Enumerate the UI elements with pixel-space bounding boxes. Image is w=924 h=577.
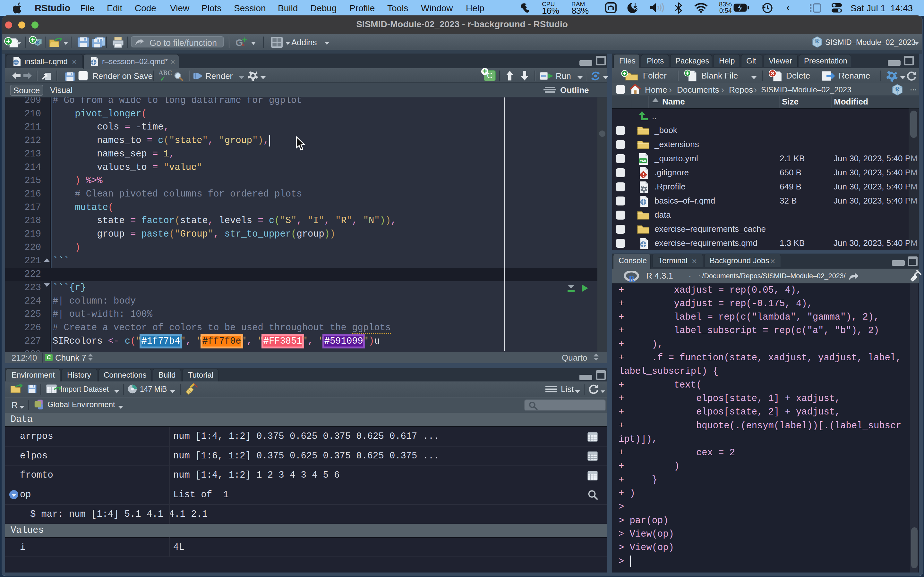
svg-text:R: R [629,274,635,282]
svg-text:YML: YML [640,159,648,163]
svg-text:R: R [815,38,819,44]
svg-text:R: R [895,86,900,92]
